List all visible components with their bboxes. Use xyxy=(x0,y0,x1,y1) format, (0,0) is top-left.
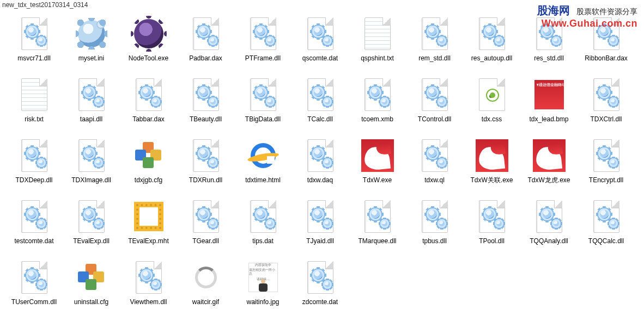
file-item[interactable]: testcomte.dat xyxy=(5,195,63,254)
gear-file-icon xyxy=(193,17,219,50)
tdxw-app-icon xyxy=(361,139,394,172)
file-label: taapi.dll xyxy=(80,115,102,123)
file-label: tcoem.xmb xyxy=(361,115,393,123)
file-item[interactable]: tdxjgb.cfg xyxy=(120,134,177,193)
gear-file-icon xyxy=(422,17,448,50)
file-label: tdxtime.html xyxy=(245,176,281,184)
file-item[interactable]: TControl.dll xyxy=(406,73,463,132)
file-item[interactable]: tdxw.daq xyxy=(291,134,349,193)
file-item[interactable]: TPool.dll xyxy=(463,195,520,254)
file-item[interactable]: tdxw.ql xyxy=(406,134,463,193)
file-label: rem_std.dll xyxy=(418,54,451,62)
file-item[interactable]: tpbus.dll xyxy=(406,195,463,254)
file-item[interactable]: taapi.dll xyxy=(63,73,120,132)
file-item[interactable]: TQQAnaly.dll xyxy=(520,195,578,254)
file-item[interactable]: qscomte.dat xyxy=(291,12,349,71)
file-item[interactable]: Tabbar.dax xyxy=(120,73,177,132)
file-label: Viewthem.dll xyxy=(130,298,167,306)
nodetool-gear-icon xyxy=(134,19,163,48)
settings-gear-icon xyxy=(76,18,107,50)
file-grid: msvcr71.dllmyset.iniNodeTool.exePadbar.d… xyxy=(0,10,644,309)
gear-file-icon xyxy=(78,78,105,111)
file-label: tdxjgb.cfg xyxy=(135,176,162,184)
file-item[interactable]: 内容获取中请您稍安勿一阵小息请稍候…waitinfo.jpg xyxy=(234,256,291,309)
file-label: Padbar.dax xyxy=(189,54,222,62)
file-item[interactable]: risk.txt xyxy=(5,73,63,132)
file-label: TEvalExp.mht xyxy=(128,237,169,245)
file-label: TDXImage.dll xyxy=(71,176,111,184)
file-item[interactable]: TDXRun.dll xyxy=(177,134,234,193)
file-item[interactable]: rem_std.dll xyxy=(406,12,463,71)
file-item[interactable]: tdx.css xyxy=(463,73,520,132)
file-label: tips.dat xyxy=(252,237,274,245)
gear-file-icon xyxy=(364,78,391,111)
file-label: qspshint.txt xyxy=(361,54,394,62)
gear-file-icon xyxy=(593,200,619,233)
spinner-gif-icon xyxy=(195,267,217,288)
mht-frame-icon xyxy=(134,202,163,231)
gear-file-icon xyxy=(307,78,333,111)
gear-file-icon xyxy=(21,17,47,50)
file-item[interactable]: msvcr71.dll xyxy=(5,12,63,71)
file-item[interactable]: tdxtime.html xyxy=(234,134,291,193)
file-label: risk.txt xyxy=(25,115,44,123)
gear-file-icon xyxy=(307,139,333,172)
file-item[interactable]: TBigData.dll xyxy=(234,73,291,132)
file-item[interactable]: TMarquee.dll xyxy=(349,195,406,254)
file-item[interactable]: tips.dat xyxy=(234,195,291,254)
file-item[interactable]: res_std.dll xyxy=(520,12,578,71)
file-item[interactable]: TBeauty.dll xyxy=(177,73,234,132)
html-ie-icon xyxy=(248,141,278,170)
gear-file-icon xyxy=(250,200,276,233)
file-label: res_std.dll xyxy=(534,54,564,62)
gear-file-icon xyxy=(422,78,448,111)
gear-file-icon xyxy=(193,139,219,172)
file-label: TJyaid.dll xyxy=(306,237,334,245)
file-item[interactable]: TDXDeep.dll xyxy=(5,134,63,193)
file-item[interactable]: TDXImage.dll xyxy=(63,134,120,193)
file-label: TQQAnaly.dll xyxy=(530,237,568,245)
gear-file-icon xyxy=(593,139,619,172)
tdxw-app-icon xyxy=(533,139,566,172)
file-item[interactable]: waitcir.gif xyxy=(177,256,234,309)
file-item[interactable]: qspshint.txt xyxy=(349,12,406,71)
file-item[interactable]: TCalc.dll xyxy=(291,73,349,132)
file-item[interactable]: zdcomte.dat xyxy=(291,256,349,309)
file-label: tdxw.daq xyxy=(307,176,333,184)
cfg-office-icon xyxy=(77,263,106,292)
gear-file-icon xyxy=(136,78,162,111)
cfg-office-icon xyxy=(134,141,163,170)
file-item[interactable]: NodeTool.exe xyxy=(120,12,177,71)
gear-file-icon xyxy=(422,139,448,172)
file-item[interactable]: TGear.dll xyxy=(177,195,234,254)
file-label: TDXRun.dll xyxy=(189,176,222,184)
file-item[interactable]: Viewthem.dll xyxy=(120,256,177,309)
file-item[interactable]: TEvalExp.mht xyxy=(120,195,177,254)
gear-file-icon xyxy=(193,78,219,111)
file-item[interactable]: TdxW龙虎.exe xyxy=(520,134,578,193)
file-label: RibbonBar.dax xyxy=(585,54,628,62)
file-item[interactable]: TEncrypt.dll xyxy=(578,134,635,193)
file-item[interactable]: TEvalExp.dll xyxy=(63,195,120,254)
file-label: zdcomte.dat xyxy=(302,298,338,306)
file-item[interactable]: TUserComm.dll xyxy=(5,256,63,309)
file-label: TBeauty.dll xyxy=(190,115,222,123)
file-item[interactable]: TDXCtrl.dll xyxy=(578,73,635,132)
file-label: res_autoup.dll xyxy=(471,54,512,62)
file-item[interactable]: PTFrame.dll xyxy=(234,12,291,71)
file-item[interactable]: ▾通达信金融终端tdx_lead.bmp xyxy=(520,73,578,132)
file-item[interactable]: uninstall.cfg xyxy=(63,256,120,309)
file-label: TDXDeep.dll xyxy=(15,176,52,184)
file-item[interactable]: TdxW关联.exe xyxy=(463,134,520,193)
file-item[interactable]: res_autoup.dll xyxy=(463,12,520,71)
gear-file-icon xyxy=(307,261,333,294)
file-item[interactable]: TdxW.exe xyxy=(349,134,406,193)
file-item[interactable]: Padbar.dax xyxy=(177,12,234,71)
file-item[interactable]: TJyaid.dll xyxy=(291,195,349,254)
file-item[interactable]: myset.ini xyxy=(63,12,120,71)
file-item[interactable]: RibbonBar.dax xyxy=(578,12,635,71)
file-item[interactable]: tcoem.xmb xyxy=(349,73,406,132)
css-file-icon xyxy=(479,78,505,111)
gear-file-icon xyxy=(21,139,47,172)
file-item[interactable]: TQQCalc.dll xyxy=(578,195,635,254)
